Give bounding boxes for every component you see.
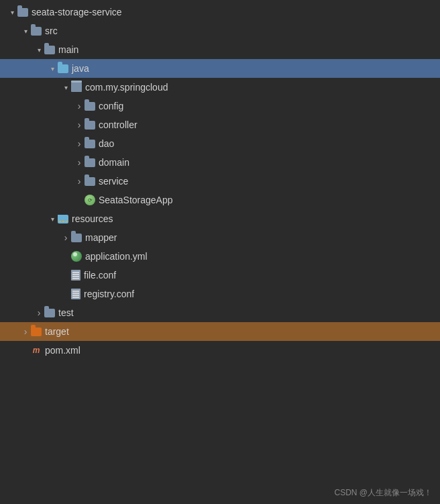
tree-item-mapper[interactable]: mapper bbox=[0, 228, 440, 247]
tree-arrow[interactable] bbox=[20, 28, 31, 35]
folder-gray-icon bbox=[85, 140, 95, 148]
tree-item-src[interactable]: src bbox=[0, 21, 440, 40]
folder-gray-icon bbox=[85, 121, 95, 130]
tree-item-SeataStorageApp[interactable]: SeataStorageApp bbox=[0, 191, 440, 209]
tree-item-label: test bbox=[58, 307, 74, 318]
tree-item-config[interactable]: config bbox=[0, 97, 440, 115]
folder-gray-icon bbox=[31, 27, 42, 36]
tree-arrow[interactable] bbox=[34, 46, 44, 54]
pom-file-icon: m bbox=[31, 345, 42, 356]
tree-item-label: com.my.springcloud bbox=[85, 82, 168, 93]
yml-file-icon bbox=[71, 251, 82, 262]
tree-arrow[interactable] bbox=[74, 101, 85, 111]
tree-item-label: application.yml bbox=[85, 251, 148, 262]
file-tree: seata-storage-servicesrcmainjavacom.my.s… bbox=[0, 0, 440, 504]
tree-arrow[interactable] bbox=[74, 176, 85, 187]
tree-item-label: config bbox=[99, 101, 123, 111]
folder-resources-icon bbox=[58, 215, 68, 223]
package-icon bbox=[71, 83, 82, 92]
tree-item-label: SeataStorageApp bbox=[99, 195, 173, 205]
tree-item-file.conf[interactable]: file.conf bbox=[0, 266, 440, 285]
tree-item-domain[interactable]: domain bbox=[0, 153, 440, 172]
tree-item-label: controller bbox=[99, 119, 138, 130]
tree-item-registry.conf[interactable]: registry.conf bbox=[0, 285, 440, 303]
tree-arrow[interactable] bbox=[60, 84, 71, 91]
folder-blue-icon bbox=[58, 64, 68, 73]
watermark: CSDN @人生就像一场戏！ bbox=[334, 487, 432, 499]
tree-item-controller[interactable]: controller bbox=[0, 115, 440, 134]
folder-gray-icon bbox=[85, 177, 95, 186]
tree-arrow[interactable] bbox=[20, 326, 31, 337]
tree-item-label: service bbox=[99, 176, 128, 187]
tree-item-label: domain bbox=[99, 157, 129, 168]
tree-item-label: target bbox=[45, 326, 69, 337]
tree-item-application.yml[interactable]: application.yml bbox=[0, 247, 440, 266]
folder-gray-icon bbox=[71, 234, 82, 242]
tree-item-resources[interactable]: resources bbox=[0, 209, 440, 228]
tree-arrow[interactable] bbox=[47, 215, 58, 223]
conf-file-icon bbox=[71, 289, 80, 299]
folder-gray-icon bbox=[85, 158, 95, 167]
tree-item-label: src bbox=[45, 26, 58, 36]
tree-item-test[interactable]: test bbox=[0, 303, 440, 322]
tree-item-seata-storage-service[interactable]: seata-storage-service bbox=[0, 3, 440, 21]
tree-item-java[interactable]: java bbox=[0, 59, 440, 78]
folder-gray-icon bbox=[44, 46, 55, 54]
folder-orange-icon bbox=[31, 327, 42, 336]
tree-item-label: mapper bbox=[85, 232, 117, 243]
tree-arrow[interactable] bbox=[7, 9, 17, 16]
tree-item-label: dao bbox=[99, 138, 114, 149]
tree-item-dao[interactable]: dao bbox=[0, 134, 440, 153]
tree-item-label: file.conf bbox=[84, 270, 116, 281]
tree-item-label: main bbox=[58, 44, 78, 55]
spring-app-icon bbox=[85, 195, 95, 205]
tree-item-label: registry.conf bbox=[84, 289, 134, 299]
tree-arrow[interactable] bbox=[34, 307, 44, 318]
tree-arrow[interactable] bbox=[74, 119, 85, 130]
folder-gray-icon bbox=[85, 102, 95, 111]
tree-arrow[interactable] bbox=[60, 232, 71, 243]
tree-item-label: pom.xml bbox=[45, 345, 80, 356]
tree-arrow[interactable] bbox=[47, 65, 58, 72]
tree-item-com.my.springcloud[interactable]: com.my.springcloud bbox=[0, 78, 440, 97]
tree-item-service[interactable]: service bbox=[0, 172, 440, 191]
tree-item-main[interactable]: main bbox=[0, 40, 440, 59]
conf-file-icon bbox=[71, 270, 80, 281]
tree-item-target[interactable]: target bbox=[0, 322, 440, 341]
tree-item-pom.xml[interactable]: mpom.xml bbox=[0, 341, 440, 360]
tree-arrow[interactable] bbox=[74, 157, 85, 168]
folder-gray-icon bbox=[44, 309, 55, 317]
tree-item-label: seata-storage-service bbox=[32, 7, 122, 17]
tree-item-label: resources bbox=[72, 213, 113, 224]
folder-gray-icon bbox=[17, 8, 28, 17]
tree-arrow[interactable] bbox=[74, 138, 85, 149]
tree-item-label: java bbox=[72, 63, 89, 74]
